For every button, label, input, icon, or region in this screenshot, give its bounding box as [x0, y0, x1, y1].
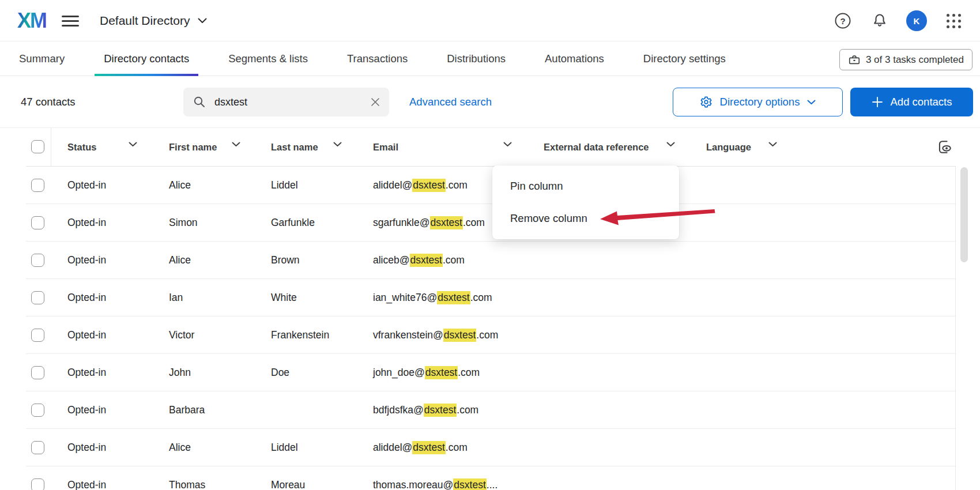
cell-status: Opted-in: [67, 204, 106, 242]
search-box: [183, 88, 389, 116]
app-grid-icon[interactable]: [943, 10, 964, 31]
select-all-checkbox[interactable]: [31, 140, 44, 153]
email-suffix: .com: [463, 217, 485, 229]
email-search-highlight: dsxtest: [410, 254, 443, 267]
email-prefix: ian_white76@: [373, 292, 437, 304]
tasks-completed-label: 3 of 3 tasks completed: [866, 54, 964, 66]
tab-label: Directory settings: [643, 52, 726, 65]
tab-label: Automations: [545, 52, 604, 65]
row-checkbox[interactable]: [31, 329, 44, 342]
tab-segments-lists[interactable]: Segments & lists: [228, 42, 308, 76]
email-prefix: john_doe@: [373, 367, 425, 379]
cell-last-name: Doe: [271, 354, 289, 391]
tab-label: Summary: [19, 52, 65, 65]
email-suffix: ....: [487, 479, 497, 490]
cell-last-name: Garfunkle: [271, 204, 315, 242]
row-checkbox[interactable]: [31, 441, 44, 454]
tab-directory-contacts[interactable]: Directory contacts: [104, 42, 189, 76]
cell-first-name: Alice: [169, 167, 191, 204]
cell-status: Opted-in: [67, 354, 106, 391]
status-column-chevron-icon[interactable]: [129, 142, 137, 147]
email-search-highlight: dsxtest: [453, 478, 486, 490]
top-bar: XM Default Directory ? K: [0, 0, 980, 42]
cell-email: thomas.moreau@dsxtest....: [373, 466, 497, 490]
tab-label: Transactions: [347, 52, 408, 65]
cell-status: Opted-in: [67, 391, 106, 429]
cell-email: aliddel@dsxtest.com: [373, 429, 468, 466]
tab-label: Directory contacts: [104, 52, 189, 65]
xm-directory-screen: XM Default Directory ? K: [0, 0, 980, 490]
table-row: Opted-in Alice Liddel aliddel@dsxtest.co…: [26, 429, 955, 466]
table-row: Opted-in Ian White ian_white76@dsxtest.c…: [26, 279, 955, 316]
column-visibility-icon[interactable]: [936, 138, 953, 156]
search-input[interactable]: [214, 96, 363, 108]
topbar-icons: ? K: [832, 0, 980, 42]
tab-automations[interactable]: Automations: [545, 42, 604, 76]
email-prefix: aliceb@: [373, 254, 410, 266]
directory-options-button[interactable]: Directory options: [673, 88, 843, 116]
tab-directory-settings[interactable]: Directory settings: [643, 42, 726, 76]
tab-label: Segments & lists: [228, 52, 308, 65]
first-name-column-chevron-icon[interactable]: [232, 142, 240, 147]
tab-bar: SummaryDirectory contactsSegments & list…: [0, 42, 980, 76]
row-checkbox[interactable]: [31, 366, 44, 379]
tab-transactions[interactable]: Transactions: [347, 42, 408, 76]
email-prefix: aliddel@: [373, 442, 412, 454]
directory-selector-label: Default Directory: [100, 14, 190, 28]
add-contacts-label: Add contacts: [891, 96, 952, 108]
email-suffix: .com: [457, 404, 478, 416]
add-contacts-button[interactable]: Add contacts: [850, 88, 973, 116]
row-checkbox[interactable]: [31, 291, 44, 304]
email-suffix: .com: [476, 329, 498, 341]
cell-first-name: Alice: [169, 429, 191, 466]
plus-icon: [872, 96, 883, 108]
table-row: Opted-in Alice Brown aliceb@dsxtest.com: [26, 242, 955, 279]
chevron-down-icon: [198, 18, 207, 24]
email-search-highlight: dsxtest: [412, 179, 445, 192]
row-checkbox[interactable]: [31, 216, 44, 229]
tab-summary[interactable]: Summary: [19, 42, 65, 76]
avatar[interactable]: K: [906, 10, 927, 31]
column-header-first-name: First name: [169, 128, 217, 166]
cell-email: ian_white76@dsxtest.com: [373, 279, 492, 316]
row-checkbox[interactable]: [31, 254, 44, 267]
cell-status: Opted-in: [67, 429, 106, 466]
email-suffix: .com: [443, 254, 465, 266]
cell-last-name: Liddel: [271, 167, 298, 204]
email-prefix: thomas.moreau@: [373, 479, 453, 490]
row-checkbox[interactable]: [31, 404, 44, 417]
notifications-bell-icon[interactable]: [869, 10, 890, 31]
hamburger-menu-icon[interactable]: [62, 13, 79, 29]
tasks-completed-button[interactable]: 3 of 3 tasks completed: [839, 49, 973, 70]
external-data-reference-column-chevron-icon[interactable]: [666, 142, 675, 147]
svg-text:?: ?: [840, 16, 845, 26]
column-header-last-name: Last name: [271, 128, 318, 166]
email-column-chevron-icon[interactable]: [503, 142, 512, 147]
cell-status: Opted-in: [67, 279, 106, 316]
last-name-column-chevron-icon[interactable]: [333, 142, 342, 147]
language-column-chevron-icon[interactable]: [768, 142, 777, 147]
row-checkbox[interactable]: [31, 478, 44, 490]
chevron-down-icon: [807, 100, 816, 105]
directory-selector[interactable]: Default Directory: [100, 0, 207, 42]
table-row: Opted-in John Doe john_doe@dsxtest.com: [26, 354, 955, 391]
row-checkbox[interactable]: [31, 179, 44, 192]
cell-last-name: Frankenstein: [271, 316, 329, 354]
cell-status: Opted-in: [67, 242, 106, 279]
column-header-email: Email: [373, 128, 398, 166]
vertical-scrollbar-thumb[interactable]: [960, 167, 968, 262]
cell-email: bdfjdsfka@dsxtest.com: [373, 391, 478, 429]
cell-last-name: Moreau: [271, 466, 305, 490]
menu-item-pin-column[interactable]: Pin column: [492, 170, 679, 202]
advanced-search-link[interactable]: Advanced search: [409, 76, 492, 128]
menu-item-remove-column[interactable]: Remove column: [492, 202, 679, 235]
cell-status: Opted-in: [67, 316, 106, 354]
briefcase-icon: [848, 54, 861, 66]
email-search-highlight: dsxtest: [412, 441, 445, 454]
help-icon[interactable]: ?: [832, 10, 853, 31]
search-icon: [193, 95, 206, 109]
table-header: Status First name Last name Email Extern…: [26, 128, 956, 166]
clear-search-icon[interactable]: [371, 97, 380, 107]
table-row: Opted-in Simon Garfunkle sgarfunkle@dsxt…: [26, 204, 955, 242]
tab-distributions[interactable]: Distributions: [447, 42, 506, 76]
